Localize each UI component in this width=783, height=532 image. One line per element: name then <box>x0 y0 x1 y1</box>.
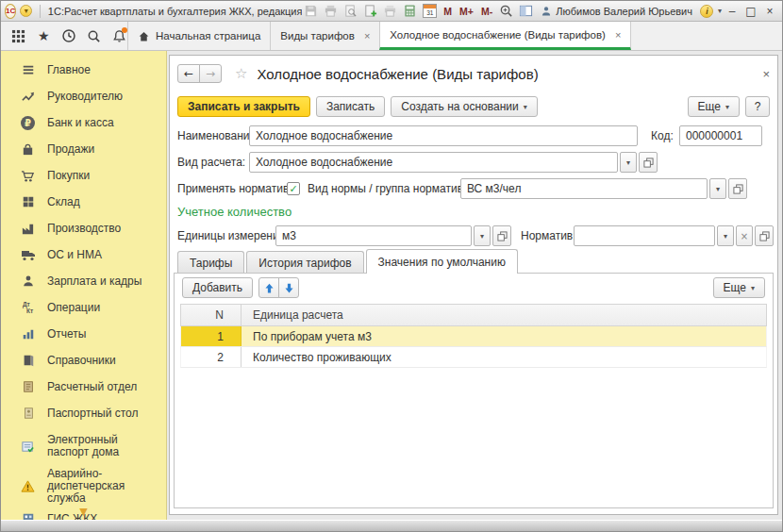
split-window-icon[interactable] <box>517 3 535 20</box>
ledger-book-icon <box>20 379 36 395</box>
norm-dropdown-button[interactable]: ▾ <box>717 225 734 246</box>
sidebar-item-sales[interactable]: Продажи <box>1 136 166 162</box>
name-input[interactable]: Холодное водоснабжение <box>249 125 638 146</box>
norm-input[interactable] <box>574 225 715 246</box>
sidebar-item-purchases[interactable]: Покупки <box>1 162 166 189</box>
move-down-button[interactable] <box>278 277 299 298</box>
calculator-icon[interactable] <box>401 3 419 20</box>
current-user[interactable]: Любимов Валерий Юрьевич <box>541 6 692 17</box>
close-window-button[interactable]: × <box>761 5 778 18</box>
bar-chart-icon <box>20 326 36 342</box>
back-button[interactable]: ← <box>177 64 200 83</box>
sidebar-item-directories[interactable]: Справочники <box>1 347 166 374</box>
calc-type-dropdown-button[interactable]: ▾ <box>620 152 637 173</box>
sidebar-item-main[interactable]: Главное <box>1 57 166 83</box>
history-icon[interactable] <box>60 27 77 44</box>
sidebar-item-manager[interactable]: Руководителю <box>1 83 166 109</box>
chevron-down-icon: ▾ <box>20 5 32 17</box>
user-icon <box>541 6 552 17</box>
close-tab-icon[interactable]: × <box>615 29 621 41</box>
code-label: Код: <box>651 129 674 142</box>
close-tab-icon[interactable]: × <box>364 30 370 42</box>
form-title: Холодное водоснабжение (Виды тарифов) <box>257 66 538 82</box>
tab-cold-water[interactable]: Холодное водоснабжение (Виды тарифов) × <box>379 22 631 50</box>
save-button[interactable]: Записать <box>316 96 385 117</box>
column-header-n[interactable]: N <box>181 305 242 325</box>
more-button[interactable]: Еще▾ <box>688 96 740 117</box>
help-button[interactable]: ? <box>745 96 770 117</box>
code-input[interactable]: 000000001 <box>679 125 762 146</box>
search-icon[interactable] <box>86 27 103 44</box>
memory-minus-button[interactable]: М- <box>478 6 495 17</box>
sidebar-item-emergency-service[interactable]: Аварийно-диспетчерская служба <box>1 466 166 506</box>
norm-open-button[interactable] <box>755 225 774 246</box>
close-form-icon[interactable]: × <box>762 67 770 81</box>
send-print-icon[interactable] <box>381 3 399 20</box>
arrow-down-icon <box>283 282 295 294</box>
move-up-button[interactable] <box>258 277 279 298</box>
sidebar-item-e-passport[interactable]: Электронный паспорт дома <box>1 426 166 466</box>
favorite-star-icon[interactable]: ☆ <box>235 65 247 82</box>
sidebar-item-billing-dept[interactable]: Расчетный отдел <box>1 374 166 400</box>
chevron-down-icon[interactable]: ▾ <box>718 7 722 15</box>
form-panel: ← → ☆ Холодное водоснабжение (Виды тариф… <box>169 55 778 515</box>
sidebar-item-fixed-assets[interactable]: ОС и НМА <box>1 241 166 268</box>
norm-clear-button[interactable]: × <box>736 225 753 246</box>
row-unit-cell: Количество проживающих <box>242 347 766 367</box>
units-input[interactable]: м3 <box>275 225 472 246</box>
sidebar-item-salary-hr[interactable]: Зарплата и кадры <box>1 268 166 294</box>
tab-home[interactable]: Начальная страница <box>127 22 271 50</box>
export-file-icon[interactable] <box>361 3 379 20</box>
warning-triangle-icon <box>20 478 36 494</box>
zoom-icon[interactable] <box>497 3 515 20</box>
create-based-on-button[interactable]: Создать на основании▾ <box>391 96 538 117</box>
calc-type-open-button[interactable] <box>639 152 658 173</box>
sidebar-item-reports[interactable]: Отчеты <box>1 321 166 347</box>
tab-tariff-history[interactable]: История тарифов <box>246 251 363 274</box>
sidebar-collapse-chevron[interactable]: ▼ <box>1 506 166 518</box>
norm-group-dropdown-button[interactable]: ▾ <box>709 178 726 199</box>
debit-credit-icon: ДтКт <box>20 300 36 316</box>
memory-recall-button[interactable]: М <box>441 6 455 17</box>
memory-plus-button[interactable]: М+ <box>457 6 476 17</box>
save-and-close-button[interactable]: Записать и закрыть <box>177 96 310 117</box>
apps-menu-icon[interactable] <box>10 27 27 44</box>
units-label: Единицы измерения: <box>177 229 289 242</box>
minimize-button[interactable]: – <box>724 5 741 18</box>
tab-tariff-types[interactable]: Виды тарифов × <box>270 22 380 50</box>
notifications-bell-icon[interactable] <box>110 27 127 44</box>
grid-more-button[interactable]: Еще▾ <box>713 277 765 298</box>
favorites-star-icon[interactable]: ★ <box>36 27 53 44</box>
table-row[interactable]: 2 Количество проживающих <box>180 347 767 368</box>
tab-default-values[interactable]: Значения по умолчанию <box>366 249 518 274</box>
units-open-button[interactable] <box>492 225 511 246</box>
units-dropdown-button[interactable]: ▾ <box>474 225 491 246</box>
print-icon[interactable] <box>322 3 340 20</box>
norm-group-input[interactable]: ВС м3/чел <box>460 178 708 199</box>
chevron-down-icon: ▾ <box>724 232 727 241</box>
add-row-button[interactable]: Добавить <box>182 277 253 298</box>
sidebar-item-passport-office[interactable]: Паспортный стол <box>1 400 166 426</box>
forward-button[interactable]: → <box>199 64 222 83</box>
calc-type-input[interactable]: Холодное водоснабжение <box>249 152 618 173</box>
tab-tariffs[interactable]: Тарифы <box>177 251 244 274</box>
norm-group-open-button[interactable] <box>728 178 747 199</box>
calendar-icon[interactable]: 31 <box>421 3 439 20</box>
sidebar-item-production[interactable]: Производство <box>1 215 166 241</box>
info-icon[interactable]: i <box>698 3 716 20</box>
column-header-unit[interactable]: Единица расчета <box>242 305 766 325</box>
table-row[interactable]: 1 По приборам учета м3 <box>180 326 767 347</box>
section-title-accounting-quantity: Учетное количество <box>177 205 292 219</box>
save-icon[interactable] <box>302 3 320 20</box>
divider <box>40 5 41 18</box>
apply-norm-checkbox[interactable]: ✓ <box>287 182 300 195</box>
main-menu-dropdown[interactable]: ▾ <box>20 5 32 18</box>
open-icon <box>497 231 508 241</box>
app-logo-icon: 1С <box>5 4 16 19</box>
sidebar-item-bank-cash[interactable]: ₽ Банк и касса <box>1 109 166 136</box>
cart-icon <box>20 168 36 184</box>
sidebar-item-warehouse[interactable]: Склад <box>1 189 166 215</box>
sidebar-item-operations[interactable]: ДтКт Операции <box>1 294 166 321</box>
maximize-button[interactable]: □ <box>742 5 759 18</box>
print-preview-icon[interactable] <box>342 3 359 20</box>
